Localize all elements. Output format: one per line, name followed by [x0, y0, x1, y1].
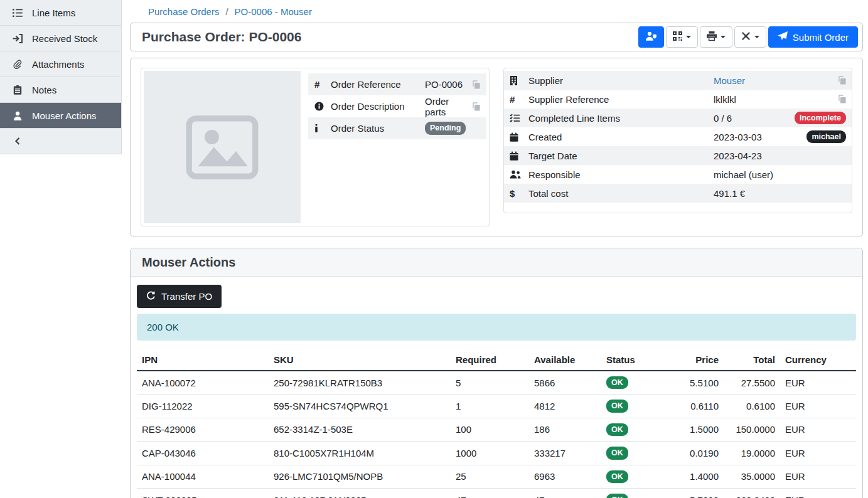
print-actions-dropdown[interactable]	[700, 26, 732, 48]
cell-sku: 250-72981KLRATR150B3	[269, 371, 451, 395]
detail-row-responsible: Responsible michael (user)	[504, 165, 852, 184]
page-title: Purchase Order: PO-0006	[142, 29, 638, 45]
submit-order-label: Submit Order	[793, 32, 849, 43]
sidebar-item-mouser-actions[interactable]: Mouser Actions	[0, 103, 122, 129]
caret-down-icon	[686, 36, 691, 38]
detail-label: Responsible	[528, 169, 714, 180]
cell-currency: EUR	[780, 442, 856, 465]
hash-icon: #	[314, 79, 331, 90]
header-button-group: Submit Order	[638, 26, 858, 48]
detail-row-supplier-reference: # Supplier Reference lklklkl	[504, 90, 852, 109]
user-shield-button[interactable]	[638, 26, 664, 48]
column-header-available: Available	[529, 349, 601, 371]
sidebar: Line Items Received Stock Attachments No…	[0, 0, 122, 154]
detail-value: lklklkl	[714, 94, 838, 105]
cell-ipn: CAP-043046	[137, 442, 269, 465]
detail-value: Pending	[425, 122, 480, 134]
submit-order-button[interactable]: Submit Order	[768, 26, 858, 48]
caret-down-icon	[754, 36, 759, 38]
list-icon	[12, 8, 23, 18]
panel-body: Transfer PO 200 OK IPN SKU Required Avai…	[131, 277, 862, 498]
mouser-actions-panel: Mouser Actions Transfer PO 200 OK IPN SK	[130, 248, 863, 498]
cell-status: OK	[601, 465, 673, 488]
column-header-currency: Currency	[780, 349, 856, 371]
cell-status: OK	[601, 418, 673, 441]
cell-ipn: ANA-100072	[137, 371, 269, 395]
table-row: ANA-100072 250-72981KLRATR150B3 5 5866 O…	[137, 371, 856, 395]
table-row: DIG-112022 595-SN74HCS74QPWRQ1 1 4812 OK…	[137, 395, 856, 418]
copy-icon	[472, 80, 480, 89]
detail-row-created: Created 2023-03-03 michael	[504, 127, 852, 146]
cell-required: 25	[451, 465, 529, 488]
cell-price: 5.7200	[673, 488, 724, 498]
cell-available: 5866	[529, 371, 601, 395]
panel-title: Mouser Actions	[142, 255, 235, 270]
detail-value: 0 / 6	[714, 113, 795, 124]
status-badge: Pending	[425, 122, 466, 134]
hash-icon: #	[510, 94, 523, 105]
copy-icon	[838, 76, 846, 85]
user-badge: michael	[806, 130, 846, 143]
user-icon	[12, 111, 23, 120]
sidebar-item-label: Attachments	[32, 59, 84, 70]
supplier-link[interactable]: Mouser	[714, 75, 745, 86]
detail-label: Order Description	[331, 101, 425, 112]
detail-label: Order Status	[331, 123, 425, 134]
sidebar-collapse-button[interactable]	[0, 129, 122, 154]
sidebar-item-received-stock[interactable]: Received Stock	[0, 26, 122, 51]
ok-badge: OK	[606, 423, 628, 436]
cell-ipn: DIG-112022	[137, 395, 269, 418]
sidebar-item-label: Line Items	[32, 8, 75, 18]
sidebar-item-attachments[interactable]: Attachments	[0, 51, 122, 77]
dollar-icon: $	[510, 188, 523, 199]
user-shield-icon	[645, 31, 657, 43]
list-check-icon	[510, 114, 523, 122]
cell-price: 0.0190	[673, 442, 724, 465]
breadcrumb-link-purchase-orders[interactable]: Purchase Orders	[148, 6, 219, 17]
info-icon	[314, 124, 331, 133]
transfer-po-label: Transfer PO	[161, 291, 212, 302]
table-row: SWT-200005 611-110.107.011/0205 47 47 OK…	[137, 488, 856, 498]
building-icon	[510, 76, 523, 85]
detail-value: Order parts	[425, 96, 472, 117]
copy-button[interactable]	[472, 102, 480, 111]
tools-icon	[741, 31, 751, 43]
column-header-total: Total	[724, 349, 780, 371]
ok-badge: OK	[606, 494, 628, 498]
cell-sku: 810-C1005X7R1H104M	[269, 442, 451, 465]
paperclip-icon	[12, 60, 23, 69]
copy-button[interactable]	[838, 76, 846, 85]
sidebar-item-line-items[interactable]: Line Items	[0, 0, 122, 26]
clipboard-icon	[12, 85, 23, 95]
cell-available: 186	[529, 418, 601, 441]
calendar-icon	[510, 132, 523, 142]
copy-button[interactable]	[838, 95, 846, 103]
cell-sku: 652-3314Z-1-503E	[269, 418, 451, 441]
barcode-actions-dropdown[interactable]	[666, 26, 698, 48]
info-circle-icon	[314, 102, 331, 111]
paper-plane-icon	[778, 31, 788, 43]
cell-ipn: SWT-200005	[137, 488, 269, 498]
detail-label: Created	[528, 132, 714, 142]
order-summary-table: # Order Reference PO-0006 Order Descript…	[308, 71, 486, 223]
detail-label: Supplier	[528, 75, 714, 86]
page-header-panel: Purchase Order: PO-0006	[130, 23, 863, 51]
breadcrumb-link-current-order[interactable]: PO-0006 - Mouser	[235, 6, 312, 17]
table-row: ANA-100044 926-LMC7101QM5/NOPB 25 6963 O…	[137, 465, 856, 488]
cell-price: 1.5000	[673, 418, 724, 441]
sidebar-item-notes[interactable]: Notes	[0, 77, 122, 103]
detail-row-total-cost: $ Total cost 491.1 €	[504, 184, 852, 203]
breadcrumb-separator: /	[225, 6, 228, 17]
cell-required: 1	[451, 395, 529, 418]
copy-button[interactable]	[472, 80, 480, 89]
detail-row-order-reference: # Order Reference PO-0006	[308, 73, 486, 95]
cell-available: 333217	[529, 442, 601, 465]
order-actions-dropdown[interactable]	[734, 26, 766, 48]
order-image-placeholder[interactable]	[144, 71, 301, 223]
detail-row-target-date: Target Date 2023-04-23	[504, 146, 852, 165]
cell-available: 47	[529, 488, 601, 498]
cell-price: 0.6110	[673, 395, 724, 418]
detail-value: PO-0006	[425, 79, 472, 90]
status-alert: 200 OK	[137, 314, 856, 341]
transfer-po-button[interactable]: Transfer PO	[137, 285, 222, 308]
